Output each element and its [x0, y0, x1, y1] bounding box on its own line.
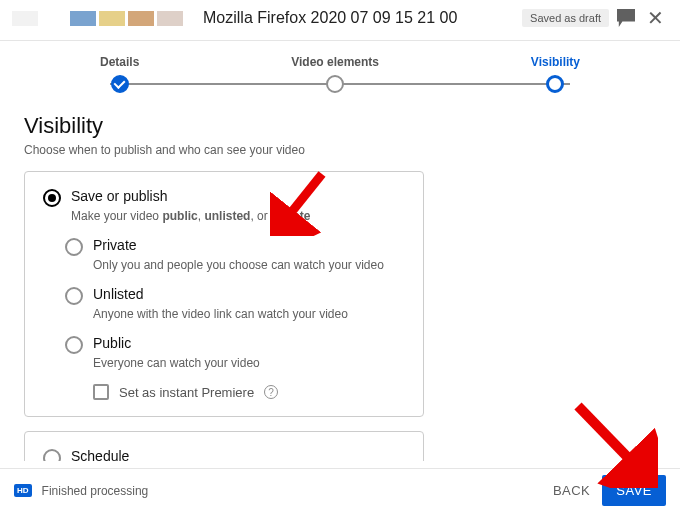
stepper: Details Video elements Visibility — [0, 41, 680, 101]
opt-label: Unlisted — [93, 286, 144, 302]
radio-icon — [65, 238, 83, 256]
step-details[interactable]: Details — [100, 55, 139, 93]
thumb — [128, 11, 154, 26]
page-heading: Visibility — [24, 113, 656, 139]
radio-icon — [65, 336, 83, 354]
radio-unlisted[interactable]: Unlisted — [65, 286, 405, 305]
checkbox-icon — [93, 384, 109, 400]
radio-icon — [43, 189, 61, 207]
svg-line-3 — [578, 406, 640, 470]
step-circle-active-icon — [546, 75, 564, 93]
step-video-elements[interactable]: Video elements — [291, 55, 379, 93]
thumb — [99, 11, 125, 26]
radio-private[interactable]: Private — [65, 237, 405, 256]
processing-status: Finished processing — [42, 484, 541, 498]
check-label: Set as instant Premiere — [119, 385, 254, 400]
radio-save-publish[interactable]: Save or publish — [43, 188, 405, 207]
help-icon[interactable]: ? — [264, 385, 278, 399]
opt-desc: Make your video public, unlisted, or pri… — [71, 209, 405, 223]
close-icon[interactable]: ✕ — [643, 6, 668, 30]
svg-line-1 — [282, 174, 322, 224]
step-label: Visibility — [531, 55, 580, 69]
page-subtitle: Choose when to publish and who can see y… — [24, 143, 656, 157]
thumb — [70, 11, 96, 26]
thumb — [12, 11, 38, 26]
opt-desc: Only you and people you choose can watch… — [93, 258, 405, 272]
radio-public[interactable]: Public — [65, 335, 405, 354]
step-circle-icon — [326, 75, 344, 93]
opt-label: Schedule — [71, 448, 129, 461]
dialog-header: Mozilla Firefox 2020 07 09 15 21 00 Save… — [0, 0, 680, 40]
feedback-icon[interactable] — [617, 9, 635, 27]
step-circle-done-icon — [111, 75, 129, 93]
video-title: Mozilla Firefox 2020 07 09 15 21 00 — [203, 9, 514, 27]
radio-icon — [65, 287, 83, 305]
opt-label: Save or publish — [71, 188, 168, 204]
thumb — [41, 11, 67, 26]
radio-schedule[interactable]: Schedule — [43, 448, 405, 461]
annotation-arrow-icon — [568, 398, 658, 488]
premiere-checkbox-row[interactable]: Set as instant Premiere ? — [93, 384, 405, 400]
step-label: Video elements — [291, 55, 379, 69]
hd-badge: HD — [14, 484, 32, 497]
thumb — [157, 11, 183, 26]
opt-desc: Anyone with the video link can watch you… — [93, 307, 405, 321]
thumbnail-strip — [12, 11, 183, 26]
visibility-options: Private Only you and people you choose c… — [65, 237, 405, 400]
opt-label: Private — [93, 237, 137, 253]
step-visibility[interactable]: Visibility — [531, 55, 580, 93]
radio-icon — [43, 449, 61, 461]
opt-label: Public — [93, 335, 131, 351]
schedule-card: Schedule Select a date to make your vide… — [24, 431, 424, 461]
opt-desc: Everyone can watch your video — [93, 356, 405, 370]
step-label: Details — [100, 55, 139, 69]
save-publish-card: Save or publish Make your video public, … — [24, 171, 424, 417]
annotation-arrow-icon — [270, 166, 330, 236]
draft-badge: Saved as draft — [522, 9, 609, 27]
